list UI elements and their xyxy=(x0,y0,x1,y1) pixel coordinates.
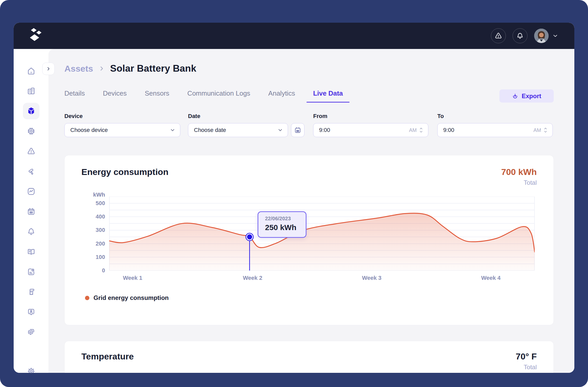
tab-sensors[interactable]: Sensors xyxy=(145,89,169,103)
date-select-value: Choose date xyxy=(194,127,277,133)
temperature-card: Temperature 70° F Total xyxy=(64,341,554,373)
to-meridiem: AM xyxy=(533,127,541,133)
sidebar-item-maintenance[interactable] xyxy=(23,163,39,180)
export-button-label: Export xyxy=(522,92,541,100)
sidebar-item-assets[interactable] xyxy=(23,103,39,119)
three-diamonds-logo-icon xyxy=(27,28,45,43)
tooltip-value: 250 kWh xyxy=(265,223,306,232)
breadcrumb-assets-link[interactable]: Assets xyxy=(64,64,93,74)
notifications-button[interactable] xyxy=(513,28,527,43)
sidebar-item-messages[interactable] xyxy=(23,324,39,340)
energy-total-value: 700 kWh xyxy=(501,167,537,177)
filters-row: Device Choose device Date Choose date xyxy=(64,113,554,137)
y-tick-label: 300 xyxy=(96,227,105,233)
energy-card-title: Energy consumption xyxy=(81,167,168,177)
energy-consumption-card: Energy consumption 700 kWh Total kWh 010… xyxy=(64,155,554,325)
download-icon xyxy=(512,93,518,99)
sidebar-item-settings[interactable] xyxy=(23,363,39,373)
bell-icon xyxy=(27,227,36,236)
tab-devices[interactable]: Devices xyxy=(103,89,126,103)
legend-label: Grid energy consumption xyxy=(93,294,169,301)
sidebar-item-calendar[interactable] xyxy=(23,203,39,220)
buildings-icon xyxy=(27,87,36,95)
sidebar-item-documentation[interactable] xyxy=(23,243,39,260)
tab-live-data[interactable]: Live Data xyxy=(313,89,343,103)
chevron-right-icon xyxy=(46,66,51,72)
chevron-down-icon xyxy=(170,127,175,133)
app-window: Assets Solar Battery Bank Details Device… xyxy=(14,23,574,373)
time-stepper-icon[interactable] xyxy=(543,127,548,133)
time-stepper-icon[interactable] xyxy=(419,127,423,133)
date-filter-label: Date xyxy=(188,113,304,120)
sidebar-item-invoices[interactable] xyxy=(23,284,39,300)
chevron-down-icon xyxy=(277,127,283,133)
calendar-icon xyxy=(294,127,301,134)
calendar-icon xyxy=(27,207,36,216)
tabs-row: Details Devices Sensors Communication Lo… xyxy=(64,89,554,103)
to-filter-label: To xyxy=(437,113,553,120)
date-select[interactable]: Choose date xyxy=(188,123,288,137)
to-time-input[interactable]: 9:00 AM xyxy=(437,123,553,137)
navbar-actions xyxy=(491,28,558,43)
sidebar-item-devices[interactable] xyxy=(23,123,39,139)
cube-icon xyxy=(27,106,36,116)
x-tick-label: Week 3 xyxy=(356,275,387,281)
export-button[interactable]: Export xyxy=(499,89,554,103)
device-select[interactable]: Choose device xyxy=(64,123,180,137)
sidebar-item-notifications[interactable] xyxy=(23,223,39,240)
from-filter-label: From xyxy=(313,113,428,120)
sidebar-item-home[interactable] xyxy=(23,63,39,79)
home-icon xyxy=(27,66,36,75)
temperature-card-title: Temperature xyxy=(81,351,134,361)
chevron-down-icon xyxy=(552,33,558,39)
left-sidebar xyxy=(14,49,48,373)
app-logo[interactable] xyxy=(27,28,45,44)
date-filter: Date Choose date xyxy=(188,113,304,137)
y-tick-label: 400 xyxy=(96,213,105,220)
temperature-total-label: Total xyxy=(516,364,537,371)
energy-chart-svg xyxy=(109,197,535,271)
tab-analytics[interactable]: Analytics xyxy=(268,89,295,103)
from-time-value: 9:00 xyxy=(319,127,409,133)
temperature-total-value: 70° F xyxy=(516,351,537,361)
sidebar-item-contacts[interactable] xyxy=(23,304,39,320)
to-filter: To 9:00 AM xyxy=(437,113,553,137)
hammer-icon xyxy=(27,167,36,176)
top-navbar xyxy=(14,23,574,49)
from-time-input[interactable]: 9:00 AM xyxy=(313,123,428,137)
trend-chart-icon xyxy=(27,187,36,196)
from-filter: From 9:00 AM xyxy=(313,113,428,137)
tab-communication-logs[interactable]: Communication Logs xyxy=(187,89,250,103)
to-time-value: 9:00 xyxy=(443,127,533,133)
alert-triangle-icon xyxy=(495,32,502,40)
user-menu[interactable] xyxy=(534,29,558,43)
x-tick-label: Week 1 xyxy=(117,275,148,281)
legend-dot-icon xyxy=(85,296,89,300)
document-clock-icon xyxy=(27,267,36,276)
sidebar-item-reports[interactable] xyxy=(23,264,39,280)
chart-tooltip: 22/06/2023 250 kWh xyxy=(258,211,306,238)
chevron-right-icon xyxy=(98,65,105,72)
chart-legend: Grid energy consumption xyxy=(85,294,537,301)
receipt-icon xyxy=(27,288,36,296)
system-alerts-button[interactable] xyxy=(491,28,506,43)
user-badge-icon xyxy=(27,308,36,316)
sidebar-expand-button[interactable] xyxy=(42,63,55,75)
gear-icon xyxy=(27,367,36,373)
x-axis-labels: Week 1Week 2Week 3Week 4 xyxy=(109,275,535,282)
sidebar-item-analytics[interactable] xyxy=(23,183,39,200)
energy-chart: kWh 0100200300400500 22/06/2023 250 kWh … xyxy=(81,197,537,271)
x-tick-label: Week 4 xyxy=(475,275,506,281)
y-axis-ticks: kWh 0100200300400500 xyxy=(81,197,109,271)
device-filter: Device Choose device xyxy=(64,113,180,137)
sidebar-item-organization[interactable] xyxy=(23,83,39,99)
device-filter-label: Device xyxy=(64,113,180,120)
from-meridiem: AM xyxy=(409,127,417,133)
sidebar-item-alerts[interactable] xyxy=(23,143,39,159)
y-tick-label: 100 xyxy=(96,254,105,260)
calendar-picker-button[interactable] xyxy=(291,123,304,137)
energy-total-label: Total xyxy=(501,179,537,186)
breadcrumb: Assets Solar Battery Bank xyxy=(64,63,554,74)
chart-plot-area[interactable]: 22/06/2023 250 kWh Week 1Week 2Week 3Wee… xyxy=(109,197,535,271)
tab-details[interactable]: Details xyxy=(64,89,85,103)
